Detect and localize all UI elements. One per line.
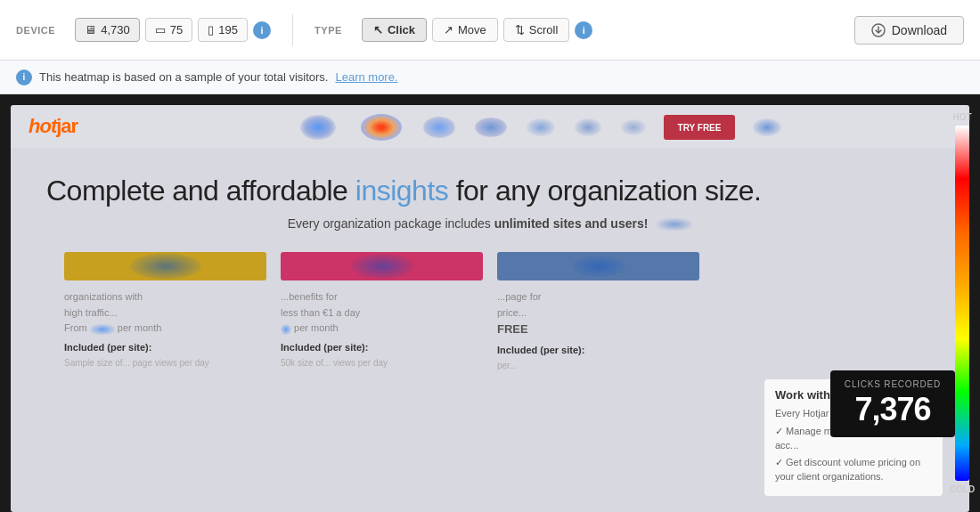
nav-blob-3 [421,115,457,140]
pricing-row: organizations withhigh traffic... From p… [46,252,934,373]
click-label: Click [388,23,415,37]
device-buttons: 🖥 4,730 ▭ 75 ▯ 195 i [75,18,271,42]
mobile-icon: ▯ [208,23,214,37]
check-icon-2: ✓ [775,457,786,467]
nav-blob-5 [525,117,557,138]
device-label: DEVICE [16,25,55,36]
site-preview: hotjar [11,105,969,512]
pricing-col-3: ...page forprice... FREE Included (per s… [497,252,699,373]
clicks-recorded-label: CLICKS RECORDED [845,379,941,389]
pricing-col-4 [714,252,916,373]
pricing-badge-1 [64,252,266,280]
move-icon: ↗ [444,23,453,37]
mobile-count: 195 [218,23,238,37]
pricing-text-2: ...benefits forless than €1 a day per mo… [281,289,483,370]
pricing-text-1: organizations withhigh traffic... From p… [64,289,266,370]
clients-check-2: ✓ Get discount volume pricing on your cl… [775,456,932,484]
type-move-btn[interactable]: ↗ Move [432,18,498,42]
download-label: Download [892,23,947,37]
desktop-icon: 🖥 [85,23,96,37]
nav-blob-2 [356,112,405,142]
click-icon: ↖ [373,23,383,37]
pricing-badge-2 [281,252,483,280]
hot-label: HOT [952,112,971,122]
download-icon [871,23,886,37]
cold-label: COLD [950,484,975,494]
site-main-content: Complete and affordable insights for any… [11,148,969,391]
site-nav: hotjar [11,105,969,148]
device-desktop-btn[interactable]: 🖥 4,730 [75,18,140,42]
pricing-badge-3 [497,252,699,280]
move-label: Move [458,23,486,37]
toolbar-divider-1 [292,14,293,46]
nav-hotspots: TRY FREE [296,112,783,142]
pricing-text-3: ...page forprice... FREE Included (per s… [497,289,699,373]
desktop-count: 4,730 [101,23,130,37]
type-click-btn[interactable]: ↖ Click [362,18,427,42]
tablet-count: 75 [170,23,183,37]
info-bar: i This heatmap is based on a sample of y… [0,61,980,94]
heat-scale: HOT COLD [950,112,975,494]
pricing-col-2: ...benefits forless than €1 a day per mo… [281,252,483,373]
device-tablet-btn[interactable]: ▭ 75 [145,18,192,42]
learn-more-link[interactable]: Learn more. [335,70,397,84]
nav-try-free-btn[interactable]: TRY FREE [664,115,735,140]
scroll-label: Scroll [529,23,559,37]
type-info-btn[interactable]: i [575,21,592,39]
nav-blob-1 [296,113,340,142]
heatmap-wrapper: hotjar [0,94,980,512]
device-mobile-btn[interactable]: ▯ 195 [198,18,248,42]
type-scroll-btn[interactable]: ⇅ Scroll [503,18,570,42]
nav-blob-8 [751,117,783,138]
site-subline: Every organization package includes unli… [46,216,934,231]
nav-blob-7 [619,118,648,137]
check-icon-1: ✓ [775,426,786,436]
nav-blob-4 [473,115,509,140]
toolbar: DEVICE 🖥 4,730 ▭ 75 ▯ 195 i TYPE ↖ Click… [0,0,980,61]
info-bar-icon: i [16,69,32,85]
clicks-overlay: CLICKS RECORDED 7,376 [830,370,955,437]
heat-scale-bar [955,126,969,481]
download-btn[interactable]: Download [854,16,964,45]
device-info-btn[interactable]: i [253,21,271,39]
info-bar-text: This heatmap is based on a sample of you… [39,70,328,84]
type-buttons: ↖ Click ↗ Move ⇅ Scroll i [362,18,592,42]
site-headline: Complete and affordable insights for any… [46,175,934,207]
type-label: TYPE [314,25,342,36]
site-logo: hotjar [29,115,78,138]
clients-check2-text: Get discount volume pricing on your clie… [775,457,920,481]
scroll-icon: ⇅ [515,23,525,37]
tablet-icon: ▭ [155,23,166,37]
clicks-recorded-value: 7,376 [845,391,941,428]
nav-blob-6 [573,117,603,138]
pricing-col-1: organizations withhigh traffic... From p… [64,252,266,373]
